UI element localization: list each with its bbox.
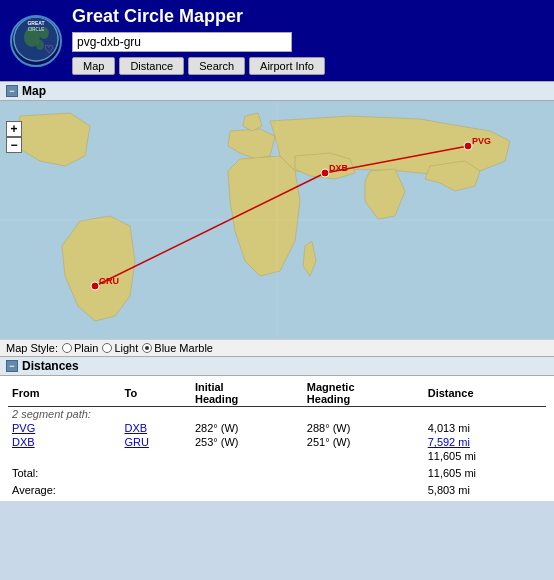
total-value: 11,605 mi <box>424 463 546 480</box>
subtotal-row: 11,605 mi <box>8 449 546 463</box>
svg-point-11 <box>464 142 472 150</box>
svg-point-3 <box>36 40 44 50</box>
total-row: Total: 11,605 mi <box>8 463 546 480</box>
row2-magnetic: 251° (W) <box>303 435 424 449</box>
zoom-out-button[interactable]: − <box>6 137 22 153</box>
svg-text:PVG: PVG <box>472 136 491 146</box>
header-controls: Great Circle Mapper Map Distance Search … <box>72 6 325 75</box>
col-distance: Distance <box>424 380 546 407</box>
col-magnetic-heading: Magnetic Heading <box>303 380 424 407</box>
row1-magnetic: 288° (W) <box>303 421 424 435</box>
distances-section-bar: − Distances <box>0 356 554 376</box>
row2-to: GRU <box>121 435 191 449</box>
search-button[interactable]: Search <box>188 57 245 75</box>
style-light-option[interactable]: Light <box>102 342 138 354</box>
row2-initial: 253° (W) <box>191 435 303 449</box>
airport-info-button[interactable]: Airport Info <box>249 57 325 75</box>
distances-section-label: Distances <box>22 359 79 373</box>
row2-distance: 7,592 mi <box>424 435 546 449</box>
distances-section: From To Initial Heading Magnetic Heading… <box>0 376 554 501</box>
col-from: From <box>8 380 121 407</box>
svg-text:GRU: GRU <box>99 276 119 286</box>
route-search-input[interactable] <box>72 32 292 52</box>
distances-table: From To Initial Heading Magnetic Heading… <box>8 380 546 497</box>
map-section-label: Map <box>22 84 46 98</box>
style-plain-option[interactable]: Plain <box>62 342 98 354</box>
row2-from: DXB <box>8 435 121 449</box>
table-header-row: From To Initial Heading Magnetic Heading… <box>8 380 546 407</box>
style-plain-radio[interactable] <box>62 343 72 353</box>
average-value: 5,803 mi <box>424 480 546 497</box>
segment-label: 2 segment path: <box>8 407 546 422</box>
style-bluemarble-radio[interactable] <box>142 343 152 353</box>
col-initial-heading: Initial Heading <box>191 380 303 407</box>
row1-initial: 282° (W) <box>191 421 303 435</box>
app-logo: GREAT CIRCLE ♡ <box>10 15 62 67</box>
zoom-controls: + − <box>6 121 22 153</box>
app-title: Great Circle Mapper <box>72 6 325 27</box>
zoom-in-button[interactable]: + <box>6 121 22 137</box>
col-to: To <box>121 380 191 407</box>
map-section-bar: − Map <box>0 81 554 101</box>
svg-point-15 <box>91 282 99 290</box>
table-row: DXB GRU 253° (W) 251° (W) 7,592 mi <box>8 435 546 449</box>
map-style-label: Map Style: <box>6 342 58 354</box>
svg-text:CIRCLE: CIRCLE <box>28 27 45 32</box>
app-header: GREAT CIRCLE ♡ Great Circle Mapper Map D… <box>0 0 554 81</box>
header-button-group: Map Distance Search Airport Info <box>72 57 325 75</box>
svg-text:GREAT: GREAT <box>27 20 44 26</box>
map-svg: PVG DXB GRU <box>0 101 554 339</box>
svg-point-13 <box>321 169 329 177</box>
subtotal-value: 11,605 mi <box>424 449 546 463</box>
style-bluemarble-label: Blue Marble <box>154 342 213 354</box>
distance-button[interactable]: Distance <box>119 57 184 75</box>
svg-text:DXB: DXB <box>329 163 349 173</box>
average-row: Average: 5,803 mi <box>8 480 546 497</box>
distances-collapse-button[interactable]: − <box>6 360 18 372</box>
map-button[interactable]: Map <box>72 57 115 75</box>
row1-from: PVG <box>8 421 121 435</box>
total-label: Total: <box>8 463 121 480</box>
row1-distance: 4,013 mi <box>424 421 546 435</box>
style-light-radio[interactable] <box>102 343 112 353</box>
map-container[interactable]: PVG DXB GRU + − <box>0 101 554 339</box>
bottom-cloud-area <box>0 501 554 531</box>
map-collapse-button[interactable]: − <box>6 85 18 97</box>
segment-label-row: 2 segment path: <box>8 407 546 422</box>
style-plain-label: Plain <box>74 342 98 354</box>
row1-to: DXB <box>121 421 191 435</box>
table-row: PVG DXB 282° (W) 288° (W) 4,013 mi <box>8 421 546 435</box>
average-label: Average: <box>8 480 121 497</box>
style-light-label: Light <box>114 342 138 354</box>
map-style-bar: Map Style: Plain Light Blue Marble <box>0 339 554 356</box>
style-bluemarble-option[interactable]: Blue Marble <box>142 342 213 354</box>
